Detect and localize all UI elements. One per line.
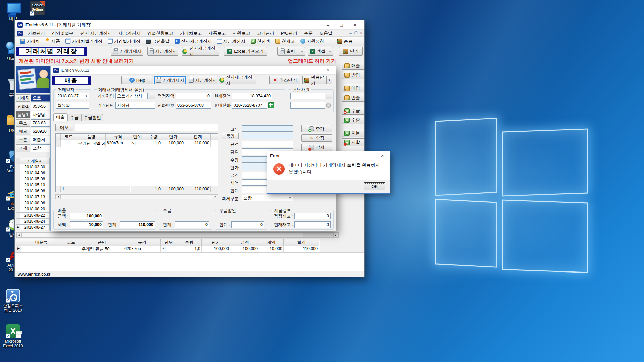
- date-row[interactable]: 2018-08-24: [16, 218, 50, 224]
- lookup-button[interactable]: …: [326, 93, 332, 99]
- print-split-button[interactable]: 출력▼: [277, 47, 305, 56]
- ok-button[interactable]: OK: [364, 182, 385, 190]
- side-button-sales[interactable]: 매출: [342, 62, 364, 70]
- items-grid-h-scrollbar[interactable]: ◄ ►: [55, 194, 218, 199]
- cancel-close-button[interactable]: 취소닫기: [269, 76, 300, 84]
- side-button-payment-discount[interactable]: 지할: [342, 138, 364, 146]
- client-name-value[interactable]: 오토: [31, 94, 51, 102]
- dialog-close-button[interactable]: ×: [323, 66, 333, 75]
- side-button-purchase[interactable]: 매입: [342, 84, 364, 92]
- tax-division-combo[interactable]: 포함▼: [241, 195, 293, 201]
- menu-item[interactable]: 세금계산서: [115, 30, 144, 36]
- desktop-icon-excel[interactable]: ↗ MicrosoftExcel 2010: [0, 324, 26, 349]
- toolbar-button-tax-invoice[interactable]: 세금계산서: [214, 38, 248, 45]
- desktop-icon-my-pc[interactable]: 내 P: [0, 2, 26, 21]
- etax-invoice-button[interactable]: 전자세금계산서: [219, 76, 256, 84]
- memo-button[interactable]: 메모: [55, 124, 73, 131]
- etax-invoice-button[interactable]: 전자세금계산서: [182, 47, 219, 56]
- tab-receipt-discount[interactable]: 수금할인: [82, 114, 103, 121]
- main-title-bar[interactable]: IErc iEnrich v6.6.11 - [거래처별 거래장] – □ ×: [15, 20, 364, 30]
- delete-button[interactable]: 삭제: [301, 144, 332, 151]
- memo-field[interactable]: [75, 124, 218, 131]
- tax-invoice-button[interactable]: 세금계산서: [147, 47, 178, 56]
- error-title-bar[interactable]: Error ×: [267, 151, 390, 160]
- table-row[interactable]: ▶ 우레탄 판넬 50t 620×7ea 식 1,0 100,000 100,0…: [16, 246, 320, 253]
- mdi-restore-button[interactable]: ❐: [354, 31, 358, 35]
- date-row[interactable]: 2018-04-06: [16, 170, 50, 176]
- scroll-left-icon[interactable]: ◄: [16, 233, 21, 237]
- close-button[interactable]: ×: [348, 21, 362, 29]
- side-button-sales-return[interactable]: 반입: [342, 71, 364, 79]
- dropdown-arrow-icon[interactable]: ▼: [299, 47, 305, 55]
- lookup-button[interactable]: …: [149, 93, 155, 99]
- status-url[interactable]: www.ienrich.co.kr: [18, 272, 50, 277]
- toolbar-button-client[interactable]: 거래처: [17, 38, 42, 45]
- complete-close-button[interactable]: 완료닫기▼: [302, 76, 332, 84]
- date-combo[interactable]: 2018-08-27▼: [56, 93, 89, 99]
- date-row[interactable]: 2018-06-08: [16, 188, 50, 194]
- desktop-icon-hancom[interactable]: ↗ 한컴오피스한글 2010: [0, 289, 26, 313]
- date-row[interactable]: 2018-08-06: [16, 200, 50, 206]
- menu-item[interactable]: 주문: [301, 30, 316, 36]
- delivery-note-button[interactable]: 거래명세서: [154, 76, 186, 84]
- edit-button[interactable]: 수정: [301, 134, 332, 142]
- notice-link[interactable]: 개선된 아이인리치 7.x.x의 변경 사항 안내 보러가기: [19, 58, 134, 64]
- side-button-purchase-return[interactable]: 반출: [342, 94, 364, 102]
- date-row[interactable]: 2018-08-20: [16, 206, 50, 212]
- date-row[interactable]: 2018-08-22: [16, 212, 50, 218]
- menu-item[interactable]: P/G관리: [278, 30, 301, 36]
- toolbar-button-exit[interactable]: 종료: [335, 38, 355, 45]
- proper-balance-field[interactable]: 0: [176, 93, 211, 99]
- menu-item[interactable]: 영업현황보고: [144, 30, 177, 36]
- toolbar-button-product[interactable]: 제품: [42, 38, 63, 45]
- toolbar-button-stock[interactable]: 현재고: [273, 38, 298, 45]
- date-row[interactable]: 2018-03-30: [16, 164, 50, 170]
- toolbar-button-client-ledger[interactable]: 거래처별거래장: [63, 38, 105, 45]
- excel-split-button[interactable]: 엑셀▼: [308, 47, 333, 56]
- excel-import-button[interactable]: Excel 가져오기: [224, 47, 267, 56]
- scroll-thumb[interactable]: [21, 233, 303, 237]
- tab-sales[interactable]: 매출: [53, 113, 67, 121]
- sms-grid-icon[interactable]: [268, 102, 274, 108]
- table-row[interactable]: 우레탄 판넬 50t 620×7ea 식 1,0 100,000 110,000: [56, 140, 218, 147]
- date-row[interactable]: 2018-05-10: [16, 182, 50, 188]
- minimize-button[interactable]: –: [321, 21, 335, 29]
- toolbar-button-etax[interactable]: 전자세금계산서: [172, 38, 214, 45]
- side-button-receipt[interactable]: 수금: [342, 107, 364, 115]
- date-row[interactable]: 2018-07-13: [16, 194, 50, 200]
- manager-field[interactable]: 사장님: [115, 102, 155, 109]
- date-row[interactable]: 2018-05-08: [16, 176, 50, 182]
- toolbar-button-period-ledger[interactable]: 기간별거래장: [105, 38, 143, 45]
- tab-receipt[interactable]: 수금: [67, 114, 82, 121]
- error-close-button[interactable]: ×: [377, 151, 387, 160]
- mdi-close-button[interactable]: ×: [360, 31, 362, 35]
- toolbar-button-balance[interactable]: 현잔액: [248, 38, 273, 45]
- side-button-payment[interactable]: 지불: [342, 129, 364, 137]
- maximize-button[interactable]: □: [335, 21, 348, 29]
- menu-item[interactable]: 거래처보고: [177, 30, 205, 36]
- menu-item[interactable]: 기초관리: [24, 30, 48, 36]
- staff-field2[interactable]: [290, 102, 325, 109]
- tax-invoice-button[interactable]: 세금계산서: [187, 76, 218, 84]
- menu-item[interactable]: 제품보고: [205, 30, 229, 36]
- dropdown-arrow-icon[interactable]: ▼: [326, 76, 332, 84]
- dropdown-arrow-icon[interactable]: ▼: [85, 95, 88, 98]
- toolbar-button-cashbook[interactable]: 금전출납: [143, 38, 172, 45]
- main-h-scrollbar[interactable]: ◄ ►: [16, 232, 339, 238]
- dialog-title-bar[interactable]: IErc iEnrich v6.6.11 ×: [51, 66, 336, 75]
- staff-field[interactable]: [290, 93, 325, 99]
- menu-item[interactable]: 경영및업무: [48, 30, 77, 36]
- dropdown-arrow-icon[interactable]: ▼: [327, 47, 333, 55]
- client-name-field[interactable]: 오토기기상사: [115, 93, 148, 99]
- scroll-right-icon[interactable]: ►: [333, 233, 338, 237]
- desktop-icon-server-setting[interactable]: Server Setting ↗: [28, 1, 46, 15]
- phone-field[interactable]: 053-566-8708: [176, 102, 211, 109]
- add-button[interactable]: 추가: [301, 125, 332, 132]
- help-button[interactable]: Help: [121, 76, 153, 84]
- upgrade-link[interactable]: 업그레이드 하러 가기: [288, 58, 336, 64]
- dropdown-arrow-icon[interactable]: ▼: [289, 197, 291, 200]
- side-button-receipt-discount[interactable]: 수할: [342, 116, 364, 124]
- toolbar-button-support[interactable]: 지원요청: [298, 38, 327, 45]
- menu-item[interactable]: 전자 세금계산서: [77, 30, 115, 36]
- menu-item[interactable]: 고객관리: [254, 30, 278, 36]
